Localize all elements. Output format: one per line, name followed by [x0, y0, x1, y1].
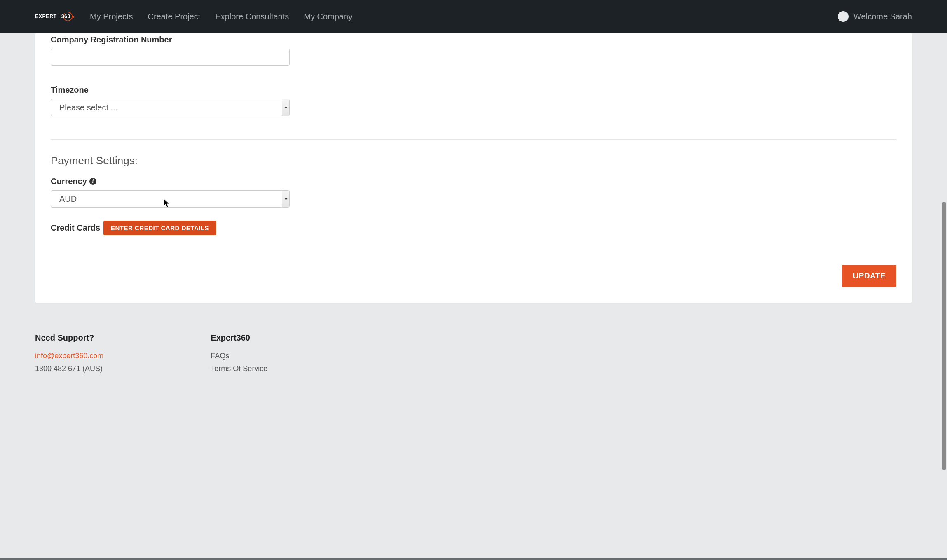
header: EXPERT 360 My Projects Create Project Ex… [0, 0, 947, 33]
logo[interactable]: EXPERT 360 [35, 9, 75, 24]
support-heading: Need Support? [35, 333, 103, 343]
currency-group: Currency i AUD [51, 175, 896, 208]
chevron-down-icon [282, 99, 289, 116]
currency-value: AUD [59, 194, 77, 204]
svg-text:EXPERT: EXPERT [35, 14, 57, 19]
scrollbar-thumb[interactable] [942, 202, 946, 385]
support-phone: 1300 482 671 (AUS) [35, 364, 103, 373]
currency-label: Currency [51, 177, 87, 186]
divider [51, 139, 896, 140]
scrollbar[interactable] [941, 0, 947, 385]
nav-my-company[interactable]: My Company [304, 12, 352, 21]
credit-cards-label: Credit Cards [51, 223, 100, 233]
main-nav: My Projects Create Project Explore Consu… [90, 12, 352, 21]
footer-support: Need Support? info@expert360.com 1300 48… [35, 333, 103, 377]
payment-settings-heading: Payment Settings: [51, 154, 896, 167]
header-user[interactable]: Welcome Sarah [838, 11, 912, 22]
update-button[interactable]: UPDATE [842, 265, 896, 287]
footer-company: Expert360 FAQs Terms Of Service [211, 333, 267, 377]
nav-create-project[interactable]: Create Project [148, 12, 200, 21]
company-reg-label: Company Registration Number [51, 35, 896, 44]
info-icon[interactable]: i [89, 178, 96, 185]
credit-cards-row: Credit Cards ENTER CREDIT CARD DETAILS [51, 221, 896, 235]
settings-card: Company Registration Number Timezone Ple… [35, 33, 912, 303]
company-reg-group: Company Registration Number [51, 33, 896, 66]
company-heading: Expert360 [211, 333, 267, 343]
timezone-value: Please select ... [59, 103, 117, 112]
logo-icon: EXPERT 360 [35, 9, 75, 24]
nav-explore-consultants[interactable]: Explore Consultants [215, 12, 289, 21]
chevron-down-icon [282, 191, 289, 207]
timezone-select[interactable]: Please select ... [51, 99, 290, 116]
svg-text:360: 360 [61, 14, 70, 19]
footer: Need Support? info@expert360.com 1300 48… [0, 303, 947, 385]
company-reg-input[interactable] [51, 49, 290, 66]
nav-my-projects[interactable]: My Projects [90, 12, 133, 21]
timezone-label: Timezone [51, 85, 896, 95]
enter-credit-card-button[interactable]: ENTER CREDIT CARD DETAILS [103, 221, 216, 235]
currency-select[interactable]: AUD [51, 190, 290, 208]
page-content: Company Registration Number Timezone Ple… [0, 33, 947, 303]
welcome-text: Welcome Sarah [853, 12, 912, 21]
support-email-link[interactable]: info@expert360.com [35, 352, 103, 360]
update-row: UPDATE [51, 265, 896, 287]
faqs-link[interactable]: FAQs [211, 352, 267, 360]
avatar [838, 11, 849, 22]
terms-link[interactable]: Terms Of Service [211, 364, 267, 373]
timezone-group: Timezone Please select ... [51, 83, 896, 116]
